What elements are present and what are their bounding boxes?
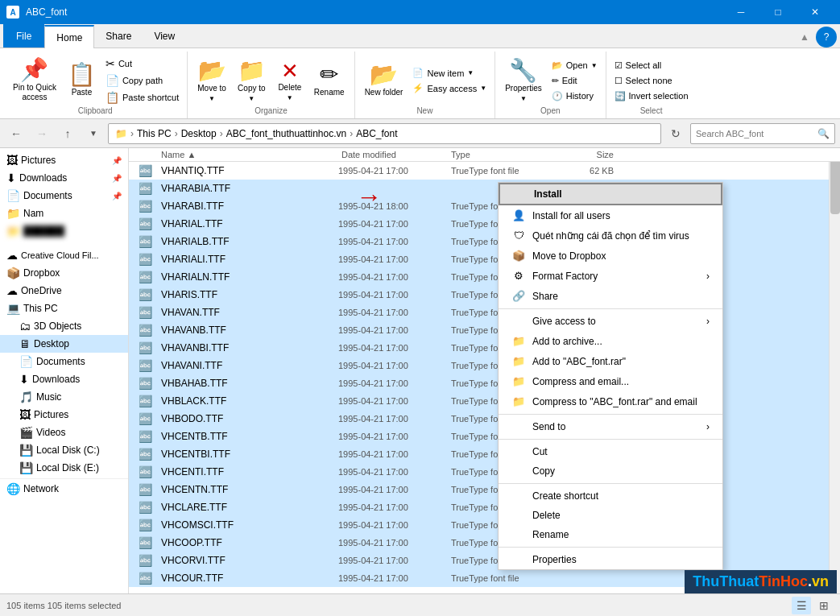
table-row[interactable]: 🔤 VHCORVI.TTF 1995-04-21 17:00 TrueType … — [129, 552, 840, 569]
large-icons-view-button[interactable]: ⊞ — [814, 597, 834, 614]
paste-shortcut-button[interactable]: 📋 Paste shortcut — [102, 89, 182, 105]
table-row[interactable]: 🔤 VHARIS.TTF 1995-04-21 17:00 TrueType f… — [129, 286, 840, 304]
easy-access-button[interactable]: ⚡ Easy access ▼ — [409, 81, 490, 95]
ctx-add-archive-button[interactable]: 📁 Add to archive... — [499, 331, 722, 351]
sidebar-item-3dobjects[interactable]: 🗂 3D Objects — [0, 317, 128, 335]
sidebar-item-dl[interactable]: ⬇ Downloads — [0, 370, 128, 388]
close-button[interactable]: ✕ — [797, 0, 834, 24]
table-row[interactable]: 🔤 VHCENTB.TTF 1995-04-21 17:00 TrueType … — [129, 428, 840, 445]
ctx-properties-button[interactable]: Properties — [499, 550, 722, 569]
sidebar-item-nam[interactable]: 📁 Nam — [0, 205, 128, 222]
ctx-cut-button[interactable]: Cut — [499, 442, 722, 461]
sidebar-item-docs[interactable]: 📄 Documents — [0, 353, 128, 370]
tab-file[interactable]: File — [3, 24, 44, 48]
help-button[interactable]: ? — [816, 27, 837, 48]
cut-button[interactable]: ✂ Cut — [102, 56, 182, 72]
tab-home[interactable]: Home — [44, 25, 94, 48]
tab-share[interactable]: Share — [94, 24, 143, 48]
table-row[interactable]: 🔤 VHARIAL.TTF 1995-04-21 17:00 TrueType … — [129, 215, 840, 233]
path-desktop[interactable]: Desktop — [181, 128, 217, 139]
move-to-button[interactable]: 📂 Move to ▼ — [192, 53, 231, 108]
table-row[interactable]: 🔤 VHAVANB.TTF 1995-04-21 17:00 TrueType … — [129, 321, 840, 339]
ctx-format-factory-button[interactable]: ⚙ Format Factory › — [499, 266, 722, 286]
table-row[interactable]: 🔤 VHBODO.TTF 1995-04-21 17:00 TrueType f… — [129, 410, 840, 428]
details-view-button[interactable]: ☰ — [792, 597, 811, 614]
history-button[interactable]: 🕐 History — [548, 89, 601, 103]
table-row[interactable]: 🔤 VHCENTN.TTF 1995-04-21 17:00 TrueType … — [129, 481, 840, 498]
ctx-scan-button[interactable]: 🛡 Quét những cái đã chọn để tìm virus — [499, 225, 722, 246]
ctx-dropbox-button[interactable]: 📦 Move to Dropbox — [499, 246, 722, 266]
search-box[interactable]: 🔍 — [690, 123, 835, 144]
copy-to-button[interactable]: 📁 Copy to ▼ — [233, 53, 271, 108]
recent-locations-button[interactable]: ▼ — [82, 122, 105, 145]
table-row[interactable]: 🔤 VHARABI.TTF 1995-04-21 18:00 TrueType … — [129, 197, 840, 215]
minimize-button[interactable]: ─ — [722, 0, 759, 24]
back-button[interactable]: ← — [5, 122, 27, 145]
sidebar-item-thispc[interactable]: 💻 This PC — [0, 300, 128, 317]
invert-selection-button[interactable]: 🔄 Invert selection — [611, 89, 692, 103]
up-button[interactable]: ↑ — [56, 122, 79, 145]
address-path[interactable]: 📁 › This PC › Desktop › ABC_font_thuthua… — [108, 123, 661, 144]
search-icon[interactable]: 🔍 — [817, 128, 830, 139]
table-row[interactable]: 🔤 VHCOOP.TTF 1995-04-21 17:00 TrueType f… — [129, 534, 840, 552]
path-thispc[interactable]: This PC — [137, 128, 172, 139]
pin-to-quick-access-button[interactable]: 📌 Pin to Quick access — [8, 53, 61, 108]
sidebar-item-locale[interactable]: 💾 Local Disk (E:) — [0, 459, 128, 477]
table-row[interactable]: 🔤 VHBAHAB.TTF 1995-04-21 17:00 TrueType … — [129, 374, 840, 392]
search-input[interactable] — [696, 129, 814, 138]
ctx-send-to-button[interactable]: Send to › — [499, 417, 722, 436]
open-button[interactable]: 📂 Open ▼ — [548, 59, 601, 72]
col-size-header[interactable]: Size — [556, 150, 620, 159]
new-folder-button[interactable]: 📂 New folder — [360, 53, 408, 108]
table-row[interactable]: 🔤 VHARIALB.TTF 1995-04-21 17:00 TrueType… — [129, 233, 840, 250]
sidebar-item-creative-cloud[interactable]: ☁ Creative Cloud Fil... — [0, 246, 128, 264]
table-row[interactable]: 🔤 VHAVAN.TTF 1995-04-21 17:00 TrueType f… — [129, 304, 840, 321]
tab-view[interactable]: View — [143, 24, 186, 48]
sidebar-item-documents[interactable]: 📄 Documents 📌 — [0, 187, 128, 205]
ctx-install-all-button[interactable]: 👤 Install for all users — [499, 205, 722, 225]
ctx-compress-email-button[interactable]: 📁 Compress and email... — [499, 371, 722, 391]
table-row[interactable]: 🔤 VHCLARE.TTF 1995-04-21 17:00 TrueType … — [129, 498, 840, 516]
sidebar-item-pictures[interactable]: 🖼 Pictures 📌 — [0, 151, 128, 169]
table-row[interactable]: 🔤 VHARIALN.TTF 1995-04-21 17:00 TrueType… — [129, 268, 840, 286]
sidebar-item-localc[interactable]: 💾 Local Disk (C:) — [0, 441, 128, 459]
ctx-share-button[interactable]: 🔗 Share — [499, 286, 722, 306]
sidebar-item-music[interactable]: 🎵 Music — [0, 388, 128, 406]
sidebar-item-pics[interactable]: 🖼 Pictures — [0, 406, 128, 424]
ctx-copy-button[interactable]: Copy — [499, 461, 722, 481]
sidebar-item-desktop[interactable]: 🖥 Desktop — [0, 335, 128, 353]
table-row[interactable]: 🔤 VHCENTI.TTF 1995-04-21 17:00 TrueType … — [129, 463, 840, 481]
ctx-install-button[interactable]: Install — [499, 183, 722, 205]
col-type-header[interactable]: Type — [451, 150, 556, 159]
path-abcfont[interactable]: ABC_font — [356, 128, 397, 139]
sidebar-item-videos[interactable]: 🎬 Videos — [0, 424, 128, 441]
ctx-add-abcfont-button[interactable]: 📁 Add to "ABC_font.rar" — [499, 351, 722, 371]
sidebar-item-network[interactable]: 🌐 Network — [0, 478, 128, 498]
ctx-compress-abcfont-button[interactable]: 📁 Compress to "ABC_font.rar" and email — [499, 391, 722, 411]
ribbon-collapse-btn[interactable]: ▲ — [797, 30, 813, 44]
delete-button[interactable]: ✕ Delete ▼ — [272, 53, 308, 108]
sidebar-item-downloads[interactable]: ⬇ Downloads 📌 — [0, 169, 128, 187]
select-all-button[interactable]: ☑ Select all — [611, 59, 692, 72]
table-row[interactable]: 🔤 VHANTIQ.TTF 1995-04-21 17:00 TrueType … — [129, 162, 840, 180]
table-row[interactable]: 🔤 VHARIALI.TTF 1995-04-21 17:00 TrueType… — [129, 250, 840, 268]
sidebar-item-blurred[interactable]: 📁 ██████ — [0, 222, 128, 240]
properties-button[interactable]: 🔧 Properties ▼ — [500, 53, 547, 108]
path-abcfont-thuthuattinhoc[interactable]: ABC_font_thuthuattinhoc.vn — [226, 128, 346, 139]
ctx-rename-button[interactable]: Rename — [499, 525, 722, 544]
table-row[interactable]: 🔤 VHCOMSCI.TTF 1995-04-21 17:00 TrueType… — [129, 516, 840, 534]
sidebar-item-onedrive[interactable]: ☁ OneDrive — [0, 282, 128, 300]
select-none-button[interactable]: ☐ Select none — [611, 74, 692, 88]
paste-button[interactable]: 📋 Paste — [63, 53, 101, 108]
maximize-button[interactable]: □ — [759, 0, 797, 24]
table-row[interactable]: 🔤 VHARABIA.TTF 1995-04-21 17:00 TrueType… — [129, 180, 840, 197]
ctx-delete-button[interactable]: Delete — [499, 506, 722, 525]
ctx-give-access-button[interactable]: Give access to › — [499, 312, 722, 331]
table-row[interactable]: 🔤 VHAVANI.TTF 1995-04-21 17:00 TrueType … — [129, 357, 840, 374]
refresh-button[interactable]: ↻ — [664, 122, 687, 145]
table-row[interactable]: 🔤 VHCOUR.TTF 1995-04-21 17:00 TrueType f… — [129, 569, 840, 587]
new-item-button[interactable]: 📄 New item ▼ — [409, 66, 490, 80]
scrollbar[interactable] — [829, 148, 840, 593]
col-name-header[interactable]: Name ▲ — [129, 150, 338, 159]
col-date-header[interactable]: Date modified — [338, 150, 451, 159]
